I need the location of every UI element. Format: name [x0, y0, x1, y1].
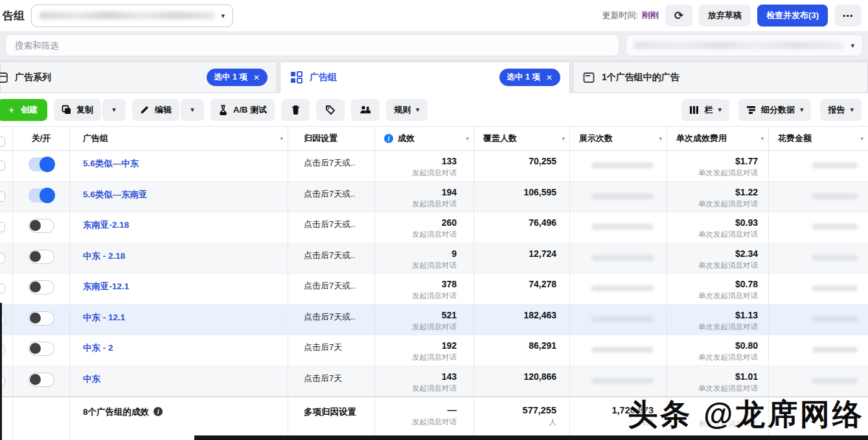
- discard-drafts-button[interactable]: 放弃草稿: [699, 5, 751, 27]
- row-checkbox[interactable]: [0, 222, 5, 232]
- ad-set-name-link[interactable]: 5.6类似—中东: [83, 159, 139, 168]
- summary-attribution: 多项归因设置: [304, 407, 356, 417]
- sort-caret-icon[interactable]: ▾: [280, 135, 283, 142]
- spent-cell: [769, 335, 868, 366]
- tab-campaigns[interactable]: 广告系列 选中 1 项 ✕: [0, 61, 277, 93]
- column-header-attribution[interactable]: 归因设置: [288, 127, 375, 150]
- search-box: [5, 34, 619, 56]
- refresh-button[interactable]: ⟳: [665, 5, 692, 27]
- sort-caret-icon[interactable]: ▾: [760, 135, 764, 142]
- columns-button[interactable]: 栏 ▾: [681, 99, 729, 121]
- create-button[interactable]: ＋ 创建: [0, 99, 47, 121]
- breakdown-button[interactable]: 细分数据 ▾: [738, 99, 812, 121]
- row-toggle-cell: [13, 151, 70, 181]
- column-header-results[interactable]: i 成效 ▾: [375, 127, 474, 150]
- tag-button[interactable]: [316, 99, 345, 121]
- results-cell: 143 发起消息对话: [375, 366, 474, 397]
- ad-set-toggle[interactable]: [29, 188, 54, 203]
- column-header-reach[interactable]: 覆盖人数 ▾: [474, 127, 570, 150]
- summary-row: 8个广告组的成效 i 多项归因设置 — 发起消息对话 577,255 人 1,7…: [0, 397, 868, 440]
- ad-set-toggle[interactable]: [29, 342, 54, 356]
- ad-set-toggle[interactable]: [29, 280, 54, 294]
- column-header-impressions[interactable]: 展示次数 ▾: [570, 127, 667, 150]
- close-icon[interactable]: ✕: [546, 73, 553, 82]
- ad-sets-selected-badge[interactable]: 选中 1 项 ✕: [499, 69, 560, 86]
- cost-sublabel: 单次发起消息对话: [698, 168, 758, 178]
- select-all-checkbox[interactable]: [0, 137, 5, 147]
- sort-caret-icon[interactable]: ▾: [562, 135, 565, 142]
- ab-test-button[interactable]: A/B 测试: [211, 99, 275, 121]
- ad-set-toggle[interactable]: [29, 250, 54, 264]
- ad-set-name-cell: 中东 - 2: [70, 335, 288, 366]
- ad-set-name-link[interactable]: 中东: [83, 374, 100, 384]
- selected-count-label: 选中 1 项: [507, 72, 540, 83]
- column-header-spent[interactable]: 花费金额 ▾: [769, 127, 868, 150]
- ad-set-name-link[interactable]: 中东 - 12.1: [83, 313, 125, 322]
- summary-spent-cell: [769, 397, 868, 440]
- ad-set-name-link[interactable]: 中东 - 2.18: [83, 251, 125, 261]
- info-icon[interactable]: i: [384, 134, 393, 143]
- ad-set-toggle[interactable]: [29, 311, 54, 325]
- flask-icon: [218, 105, 228, 115]
- spent-redacted-value: [812, 378, 858, 384]
- summary-results-sublabel: 发起消息对话: [412, 417, 457, 427]
- account-dropdown[interactable]: ▾: [31, 5, 233, 27]
- cost-sublabel: 单次发起消息对话: [698, 199, 758, 209]
- report-button[interactable]: 报告 ▾: [820, 99, 862, 121]
- edit-dropdown-button[interactable]: ▾: [181, 99, 204, 121]
- search-input[interactable]: [15, 41, 610, 50]
- column-header-name[interactable]: 广告组 ▾: [70, 127, 288, 150]
- spent-cell: [769, 305, 868, 335]
- trash-icon: [291, 105, 301, 115]
- delete-button[interactable]: [281, 99, 310, 121]
- row-checkbox[interactable]: [0, 192, 5, 202]
- ad-set-toggle[interactable]: [29, 157, 54, 171]
- more-options-button[interactable]: ⋯: [834, 5, 862, 27]
- sort-caret-icon[interactable]: ▾: [466, 135, 469, 142]
- table-row: 中东 点击后7天 143 发起消息对话 120,866 $1.01 单次发起消息…: [0, 366, 868, 397]
- info-icon[interactable]: i: [154, 407, 163, 416]
- row-checkbox[interactable]: [0, 253, 5, 263]
- duplicate-button[interactable]: 复制: [54, 99, 101, 121]
- campaigns-selected-badge[interactable]: 选中 1 项 ✕: [207, 69, 268, 86]
- rules-button[interactable]: 规则 ▾: [386, 99, 428, 121]
- row-toggle-cell: [13, 182, 70, 212]
- ad-set-toggle[interactable]: [29, 373, 54, 387]
- cost-sublabel: 单次发起消息对话: [698, 322, 758, 332]
- tab-ad-sets[interactable]: 广告组 选中 1 项 ✕: [280, 61, 570, 93]
- results-value: 9: [451, 248, 457, 259]
- row-toggle-cell: [13, 212, 70, 243]
- audience-button[interactable]: [351, 99, 380, 121]
- ad-set-toggle[interactable]: [29, 219, 54, 233]
- attribution-value: 点击后7天或..: [304, 250, 355, 260]
- ad-set-name-link[interactable]: 东南亚-12.1: [83, 281, 129, 291]
- results-header-label: 成效: [398, 133, 415, 144]
- reach-value: 12,724: [529, 248, 556, 259]
- close-icon[interactable]: ✕: [253, 73, 260, 82]
- impressions-redacted-value: [591, 316, 654, 322]
- row-checkbox[interactable]: [0, 160, 5, 171]
- summary-label: 8个广告组的成效: [83, 406, 149, 418]
- review-publish-button[interactable]: 检查并发布(3): [757, 5, 828, 27]
- date-range-dropdown[interactable]: ▾: [626, 34, 863, 56]
- table-body: 5.6类似—中东 点击后7天或.. 133 发起消息对话 70,255 $1.7…: [0, 151, 868, 397]
- ad-set-name-link[interactable]: 5.6类似—东南亚: [83, 190, 148, 199]
- duplicate-dropdown-button[interactable]: ▾: [102, 99, 126, 121]
- tab-ads[interactable]: 1个广告组中的广告: [573, 61, 868, 93]
- column-header-cost-per-result[interactable]: 单次成效费用 ▾: [667, 127, 769, 150]
- summary-cost-cell: 单次发起消息对话: [667, 397, 769, 440]
- impressions-cell: [570, 151, 667, 181]
- reach-header-label: 覆盖人数: [483, 133, 517, 144]
- cost-per-result-cell: $1.77 单次发起消息对话: [667, 151, 769, 181]
- impressions-cell: [570, 182, 667, 212]
- ad-set-name-link[interactable]: 中东 - 2: [83, 343, 113, 353]
- tab-ad-sets-label: 广告组: [310, 72, 337, 83]
- results-cell: 192 发起消息对话: [375, 335, 474, 366]
- ad-set-name-link[interactable]: 东南亚-2.18: [83, 220, 129, 230]
- sort-caret-icon[interactable]: ▾: [659, 135, 662, 142]
- edit-button[interactable]: 编辑: [132, 99, 179, 121]
- sort-caret-icon[interactable]: ▾: [860, 135, 863, 142]
- duplicate-split-button: 复制 ▾: [54, 99, 126, 121]
- row-checkbox[interactable]: [0, 283, 5, 294]
- reach-value: 74,278: [529, 279, 556, 289]
